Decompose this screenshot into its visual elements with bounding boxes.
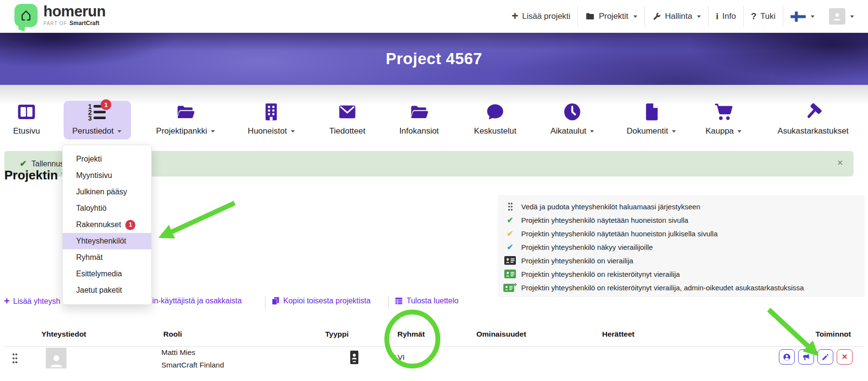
homerun-logo[interactable]: homerun PART OFSmartCraft bbox=[14, 4, 105, 27]
col-heratteet: Herätteet bbox=[602, 330, 634, 339]
dropdown-item-esittelymedia[interactable]: Esittelymedia bbox=[63, 266, 151, 282]
support-button[interactable]: ? Tuki bbox=[744, 6, 783, 27]
table-list-icon bbox=[395, 297, 403, 305]
project-title: Project 4567 bbox=[386, 50, 482, 68]
plus-icon: + bbox=[512, 10, 518, 22]
project-banner: Project 4567 bbox=[0, 33, 868, 85]
contact-profile-button[interactable] bbox=[779, 349, 795, 365]
close-icon[interactable]: × bbox=[837, 158, 843, 167]
dropdown-item-jaetut-paketit[interactable]: Jaetut paketit bbox=[63, 282, 151, 299]
chevron-down-icon bbox=[672, 130, 676, 133]
finnish-flag-icon bbox=[790, 12, 806, 22]
row-actions: ✕ bbox=[779, 349, 853, 365]
contact-group: LVI bbox=[394, 353, 405, 362]
info-icon: i bbox=[716, 11, 718, 22]
col-ryhmat: Ryhmät bbox=[397, 330, 425, 339]
logo-house-icon bbox=[14, 4, 38, 27]
main-nav-item-kauppa[interactable]: Kauppa bbox=[687, 102, 760, 136]
main-nav-item-tiedotteet[interactable]: Tiedotteet bbox=[311, 102, 383, 136]
hammer-icon bbox=[777, 102, 849, 122]
avatar bbox=[829, 8, 845, 25]
chevron-down-icon bbox=[811, 15, 815, 18]
legend-item: Vedä ja pudota yhteyshenkilöt haluamaasi… bbox=[503, 200, 865, 213]
main-nav-item-etusivu[interactable]: Etusivu bbox=[0, 102, 63, 136]
check-teal-icon: ✔ bbox=[503, 243, 517, 252]
edit-contact-button[interactable] bbox=[817, 349, 833, 365]
language-selector[interactable] bbox=[783, 6, 822, 27]
top-navigation: + Lisää projekti Projektit Hallinta i In… bbox=[504, 0, 861, 33]
add-contact-link[interactable]: + Lisää yhteysh bbox=[4, 297, 60, 306]
add-from-admins-link[interactable]: in-käyttäjistä ja osakkaista bbox=[152, 297, 242, 305]
chevron-down-icon bbox=[118, 130, 121, 133]
chevron-down-icon bbox=[211, 130, 215, 133]
info-button[interactable]: i Info bbox=[709, 6, 744, 27]
main-nav-item-keskustelut[interactable]: Keskustelut bbox=[459, 102, 531, 136]
col-tyyppi: Tyyppi bbox=[325, 330, 349, 339]
user-circle-icon bbox=[783, 353, 791, 361]
notify-contact-button[interactable] bbox=[798, 349, 814, 365]
col-yhteystiedot: Yhteystiedot bbox=[41, 330, 86, 339]
main-nav-item-asukastarkastukset[interactable]: Asukastarkastukset bbox=[777, 102, 849, 136]
perustiedot-dropdown: Projekti Myyntisivu Julkinen pääsy Taloy… bbox=[62, 145, 152, 305]
pencil-icon bbox=[821, 353, 829, 361]
chevron-down-icon bbox=[697, 15, 701, 18]
dropdown-item-taloyhtio[interactable]: Taloyhtiö bbox=[63, 200, 151, 217]
dropdown-item-yhteyshenkilot[interactable]: Yhteyshenkilöt bbox=[63, 233, 151, 249]
svg-text:3: 3 bbox=[88, 114, 92, 122]
notification-badge: 1 bbox=[125, 220, 135, 230]
add-project-button[interactable]: + Lisää projekti bbox=[504, 6, 578, 27]
main-nav-item-huoneistot[interactable]: Huoneistot bbox=[235, 102, 307, 136]
copy-icon bbox=[271, 297, 280, 305]
dropdown-item-julkinen-paasy[interactable]: Julkinen pääsy bbox=[63, 184, 151, 200]
question-icon: ? bbox=[751, 11, 757, 22]
id-card-green-plus-icon bbox=[503, 283, 517, 292]
check-icon: ✔ bbox=[20, 159, 26, 169]
chevron-down-icon bbox=[633, 15, 637, 18]
check-green-icon: ✔ bbox=[503, 216, 517, 225]
contact-name: Matti Mies bbox=[161, 348, 196, 357]
user-menu[interactable] bbox=[822, 6, 861, 27]
copy-from-project-link[interactable]: Kopioi toisesta projektista bbox=[271, 297, 370, 305]
wrench-icon bbox=[652, 12, 661, 21]
folder-icon bbox=[585, 12, 595, 21]
toolbar-divider bbox=[388, 296, 389, 309]
brand-tagline: PART OFSmartCraft bbox=[43, 20, 105, 26]
chevron-down-icon bbox=[291, 130, 295, 133]
plus-icon: + bbox=[4, 296, 10, 306]
contact-avatar bbox=[46, 348, 66, 368]
col-toiminnot: Toiminnot bbox=[815, 330, 851, 339]
brand-name: homerun bbox=[43, 4, 105, 19]
folder-open-icon bbox=[383, 102, 455, 122]
legend-item: Projektin yhteyshenkilö on rekisteröityn… bbox=[503, 281, 865, 294]
notification-badge: 1 bbox=[101, 99, 111, 110]
id-card-green-icon bbox=[503, 270, 517, 278]
id-card-dark-icon bbox=[503, 256, 517, 265]
admin-menu[interactable]: Hallinta bbox=[645, 6, 709, 27]
app-root: homerun PART OFSmartCraft + Lisää projek… bbox=[0, 0, 868, 381]
dropdown-item-ryhmat[interactable]: Ryhmät bbox=[63, 249, 151, 266]
col-ominaisuudet: Ominaisuudet bbox=[476, 330, 526, 339]
main-nav-item-aikataulut[interactable]: Aikataulut bbox=[536, 102, 608, 136]
chevron-down-icon bbox=[850, 15, 854, 18]
main-nav-item-dokumentit[interactable]: Dokumentit bbox=[615, 102, 687, 136]
dropdown-item-myyntisivu[interactable]: Myyntisivu bbox=[63, 167, 151, 184]
projects-menu[interactable]: Projektit bbox=[578, 6, 644, 27]
legend-item: Projektin yhteyshenkilö on vierailija bbox=[503, 254, 865, 267]
building-icon bbox=[235, 102, 307, 122]
numbered-list-icon: 123 1 bbox=[61, 102, 133, 122]
cart-icon bbox=[687, 102, 760, 122]
main-nav-item-projektipankki[interactable]: Projektipankki bbox=[149, 102, 222, 136]
folder-open-icon bbox=[149, 102, 222, 122]
print-list-link[interactable]: Tulosta luettelo bbox=[395, 297, 459, 305]
row-drag-handle-icon[interactable] bbox=[12, 353, 18, 364]
toolbar-divider bbox=[265, 296, 265, 309]
main-nav-item-perustiedot[interactable]: 123 1 Perustiedot bbox=[61, 102, 133, 136]
delete-contact-button[interactable]: ✕ bbox=[837, 349, 853, 365]
legend-item: ✔ Projektin yhteyshenkilö näytetään huon… bbox=[503, 227, 865, 240]
dropdown-item-rakennukset[interactable]: Rakennukset 1 bbox=[63, 217, 151, 233]
main-nav-item-infokansiot[interactable]: Infokansiot bbox=[383, 102, 455, 136]
legend-panel: Vedä ja pudota yhteyshenkilöt haluamaasi… bbox=[498, 195, 865, 297]
legend-item: ✔ Projektin yhteyshenkilö näkyy vieraili… bbox=[503, 240, 865, 254]
wordmark: homerun PART OFSmartCraft bbox=[43, 4, 105, 26]
dropdown-item-projekti[interactable]: Projekti bbox=[63, 151, 151, 167]
